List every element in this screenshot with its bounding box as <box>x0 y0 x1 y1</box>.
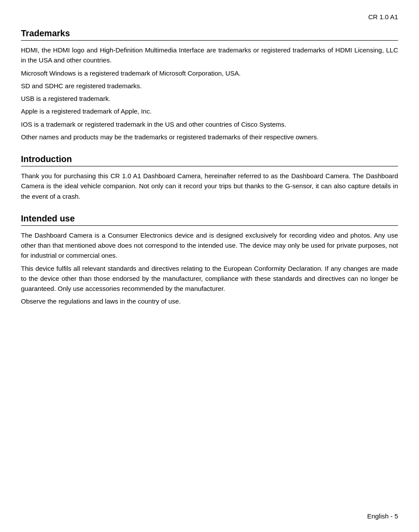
page-header-text: CR 1.0 A1 <box>368 13 398 21</box>
intended-use-p2: This device fulfils all relevant standar… <box>21 263 398 294</box>
trademarks-p6: IOS is a trademark or registered tradema… <box>21 119 398 129</box>
intended-use-p1: The Dashboard Camera is a Consumer Elect… <box>21 230 398 261</box>
introduction-body: Thank you for purchasing this CR 1.0 A1 … <box>21 171 398 201</box>
introduction-divider <box>21 166 398 166</box>
introduction-section: Introduction Thank you for purchasing th… <box>21 154 398 201</box>
trademarks-body: HDMI, the HDMI logo and High-Definition … <box>21 45 398 142</box>
trademarks-p3: SD and SDHC are registered trademarks. <box>21 81 398 91</box>
page-footer: English - 5 <box>367 512 398 520</box>
page-footer-text: English - 5 <box>367 512 398 520</box>
trademarks-p2: Microsoft Windows is a registered tradem… <box>21 68 398 78</box>
trademarks-p4: USB is a registered trademark. <box>21 93 398 104</box>
trademarks-p5: Apple is a registered trademark of Apple… <box>21 106 398 116</box>
intended-use-title: Intended use <box>21 214 398 224</box>
trademarks-title: Trademarks <box>21 28 398 38</box>
intended-use-body: The Dashboard Camera is a Consumer Elect… <box>21 230 398 307</box>
introduction-p1: Thank you for purchasing this CR 1.0 A1 … <box>21 171 398 201</box>
trademarks-p1: HDMI, the HDMI logo and High-Definition … <box>21 45 398 66</box>
trademarks-section: Trademarks HDMI, the HDMI logo and High-… <box>21 28 398 142</box>
trademarks-divider <box>21 40 398 41</box>
intended-use-section: Intended use The Dashboard Camera is a C… <box>21 214 398 307</box>
intended-use-divider <box>21 225 398 226</box>
introduction-title: Introduction <box>21 154 398 164</box>
trademarks-p7: Other names and products may be the trad… <box>21 132 398 142</box>
intended-use-p3: Observe the regulations and laws in the … <box>21 296 398 306</box>
page-header: CR 1.0 A1 <box>21 13 398 21</box>
page-container: CR 1.0 A1 Trademarks HDMI, the HDMI logo… <box>0 0 419 532</box>
